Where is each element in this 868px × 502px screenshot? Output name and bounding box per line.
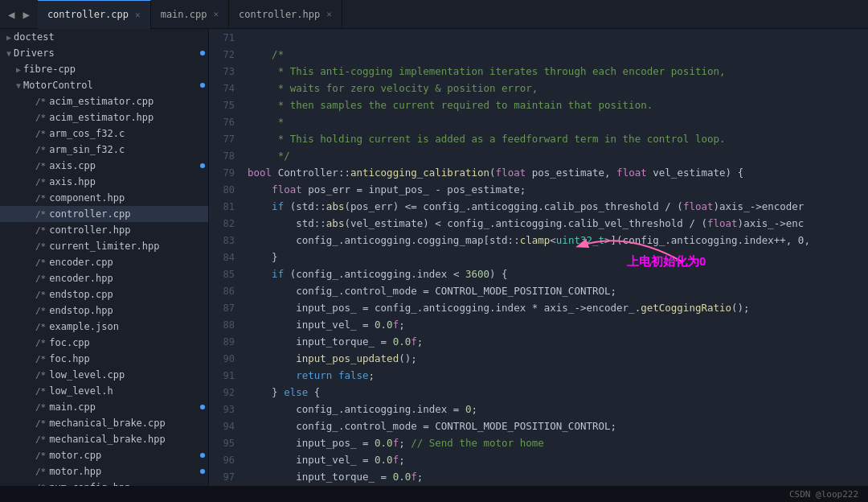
folder-arrow-icon: ▼ xyxy=(16,81,21,90)
line-75: 75 * then samples the current required t… xyxy=(209,97,868,113)
code-lines: 71 72 /* 73 * This anti-cogging implemen… xyxy=(209,29,868,486)
line-78: 78 */ xyxy=(209,147,868,164)
line-96: 96 input_vel_ = 0.0f; xyxy=(209,451,868,468)
tab-close-icon[interactable]: ✕ xyxy=(213,9,219,19)
sidebar-item-acim-estimator-hpp[interactable]: /*acim_estimator.hpp xyxy=(0,109,208,126)
sidebar[interactable]: ▶ doctest ▼ Drivers ▶ fibre-cpp ▼ MotorC… xyxy=(0,29,209,486)
sidebar-item-motor-cpp[interactable]: /*motor.cpp xyxy=(0,447,208,463)
line-72: 72 /* xyxy=(209,46,868,63)
line-92: 92 } else { xyxy=(209,384,868,401)
folder-arrow-icon: ▶ xyxy=(16,65,21,74)
sidebar-item-axis-cpp[interactable]: /*axis.cpp xyxy=(0,158,208,174)
code-editor[interactable]: 71 72 /* 73 * This anti-cogging implemen… xyxy=(209,29,868,486)
modified-dot xyxy=(200,405,205,409)
folder-arrow-icon: ▶ xyxy=(6,33,11,42)
tab-main-cpp[interactable]: main.cpp ✕ xyxy=(151,0,229,29)
tab-label: controller.hpp xyxy=(239,9,320,20)
sidebar-item-current-limiter[interactable]: /*current_limiter.hpp xyxy=(0,238,208,254)
tab-controller-cpp[interactable]: controller.cpp ✕ xyxy=(38,0,151,29)
sidebar-item-controller-cpp[interactable]: /*controller.cpp xyxy=(0,206,208,222)
tab-nav-buttons: ◀ ▶ xyxy=(0,6,38,23)
sidebar-item-doctest[interactable]: ▶ doctest xyxy=(0,29,208,45)
sidebar-item-motorcontrol[interactable]: ▼ MotorControl xyxy=(0,77,208,93)
line-95: 95 input_pos_ = 0.0f; // Send the motor … xyxy=(209,434,868,451)
status-text: CSDN @loop222 xyxy=(789,489,858,500)
line-74: 74 * waits for zero velocity & position … xyxy=(209,80,868,97)
sidebar-item-encoder-hpp[interactable]: /*encoder.hpp xyxy=(0,270,208,286)
sidebar-item-mech-brake-hpp[interactable]: /*mechanical_brake.hpp xyxy=(0,431,208,447)
line-90: 90 input_pos_updated(); xyxy=(209,350,868,367)
modified-dot xyxy=(200,51,205,56)
line-84: 84 } xyxy=(209,249,868,265)
line-93: 93 config_.anticogging.index = 0; xyxy=(209,401,868,418)
sidebar-item-foc-hpp[interactable]: /*foc.hpp xyxy=(0,351,208,367)
sidebar-item-fibre-cpp[interactable]: ▶ fibre-cpp xyxy=(0,61,208,77)
line-83: 83 config_.anticogging.cogging_map[std::… xyxy=(209,232,868,249)
sidebar-item-component-hpp[interactable]: /*component.hpp xyxy=(0,190,208,206)
modified-dot xyxy=(200,83,205,88)
sidebar-item-axis-hpp[interactable]: /*axis.hpp xyxy=(0,174,208,190)
sidebar-item-main-cpp[interactable]: /*main.cpp xyxy=(0,399,208,415)
modified-dot xyxy=(200,469,205,474)
sidebar-item-foc-cpp[interactable]: /*foc.cpp xyxy=(0,335,208,351)
line-87: 87 input_pos_ = config_.anticogging.inde… xyxy=(209,299,868,316)
line-76: 76 * xyxy=(209,113,868,130)
line-86: 86 config_.control_mode = CONTROL_MODE_P… xyxy=(209,282,868,299)
tab-close-icon[interactable]: ✕ xyxy=(135,10,141,20)
line-91: 91 return false; xyxy=(209,367,868,384)
line-77: 77 * This holding current is added as a … xyxy=(209,130,868,147)
sidebar-item-encoder-cpp[interactable]: /*encoder.cpp xyxy=(0,254,208,270)
line-94: 94 config_.control_mode = CONTROL_MODE_P… xyxy=(209,418,868,434)
sidebar-item-drivers[interactable]: ▼ Drivers xyxy=(0,45,208,61)
modified-dot xyxy=(200,163,205,168)
sidebar-item-arm-cos[interactable]: /*arm_cos_f32.c xyxy=(0,126,208,142)
tab-prev-button[interactable]: ◀ xyxy=(5,6,18,23)
sidebar-item-controller-hpp[interactable]: /*controller.hpp xyxy=(0,222,208,238)
line-79: 79bool Controller::anticogging_calibrati… xyxy=(209,164,868,181)
line-98: 98 input_pos_updated(); xyxy=(209,485,868,486)
sidebar-item-nvm-config[interactable]: /*nvm_config.hpp xyxy=(0,479,208,486)
sidebar-item-acim-estimator-cpp[interactable]: /*acim_estimator.cpp xyxy=(0,93,208,109)
folder-arrow-icon: ▼ xyxy=(6,49,11,58)
line-73: 73 * This anti-cogging implementation it… xyxy=(209,63,868,80)
sidebar-item-low-level-cpp[interactable]: /*low_level.cpp xyxy=(0,367,208,383)
sidebar-item-low-level-h[interactable]: /*low_level.h xyxy=(0,383,208,399)
line-71: 71 xyxy=(209,29,868,46)
line-85: 85 if (config_.anticogging.index < 3600)… xyxy=(209,265,868,282)
sidebar-item-endstop-hpp[interactable]: /*endstop.hpp xyxy=(0,302,208,319)
line-81: 81 if (std::abs(pos_err) <= config_.anti… xyxy=(209,198,868,215)
line-88: 88 input_vel_ = 0.0f; xyxy=(209,316,868,333)
modified-dot xyxy=(200,453,205,458)
status-bar: CSDN @loop222 xyxy=(0,486,868,502)
tab-label: main.cpp xyxy=(161,9,207,20)
sidebar-item-endstop-cpp[interactable]: /*endstop.cpp xyxy=(0,286,208,302)
sidebar-item-arm-sin[interactable]: /*arm_sin_f32.c xyxy=(0,142,208,158)
tab-next-button[interactable]: ▶ xyxy=(19,6,32,23)
line-82: 82 std::abs(vel_estimate) < config_.anti… xyxy=(209,215,868,232)
line-97: 97 input_torque_ = 0.0f; xyxy=(209,468,868,485)
tab-label: controller.cpp xyxy=(47,9,129,20)
line-80: 80 float pos_err = input_pos_ - pos_esti… xyxy=(209,181,868,198)
tab-bar: ◀ ▶ controller.cpp ✕ main.cpp ✕ controll… xyxy=(0,0,868,29)
tab-close-icon[interactable]: ✕ xyxy=(326,9,332,19)
main-area: ▶ doctest ▼ Drivers ▶ fibre-cpp ▼ MotorC… xyxy=(0,29,868,486)
tab-controller-hpp[interactable]: controller.hpp ✕ xyxy=(229,0,342,29)
sidebar-item-motor-hpp[interactable]: /*motor.hpp xyxy=(0,463,208,479)
sidebar-item-mech-brake-cpp[interactable]: /*mechanical_brake.cpp xyxy=(0,415,208,431)
sidebar-item-example-json[interactable]: /*example.json xyxy=(0,319,208,335)
line-89: 89 input_torque_ = 0.0f; xyxy=(209,333,868,350)
